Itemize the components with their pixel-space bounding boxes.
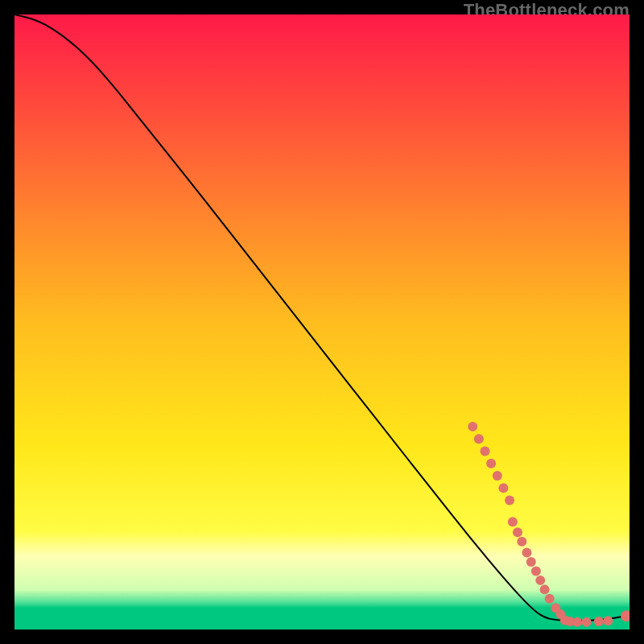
data-marker	[517, 537, 526, 547]
gradient-background	[14, 14, 630, 630]
data-marker	[480, 446, 489, 456]
data-marker	[594, 617, 604, 626]
data-marker	[531, 566, 541, 576]
data-marker	[603, 616, 613, 625]
data-marker	[535, 576, 545, 585]
data-marker	[505, 496, 514, 506]
data-marker	[486, 459, 496, 469]
data-marker	[468, 422, 477, 431]
chart-frame: TheBottleneck.com	[0, 0, 644, 644]
data-marker	[498, 483, 508, 493]
data-marker	[572, 617, 582, 627]
data-marker	[526, 557, 536, 567]
data-marker	[513, 527, 522, 537]
data-marker	[582, 617, 592, 627]
data-marker	[474, 434, 484, 444]
data-marker	[545, 594, 555, 604]
data-marker	[540, 584, 550, 594]
data-marker	[493, 471, 502, 481]
data-marker	[508, 517, 518, 526]
data-marker	[522, 548, 531, 558]
chart-plot	[14, 14, 630, 630]
